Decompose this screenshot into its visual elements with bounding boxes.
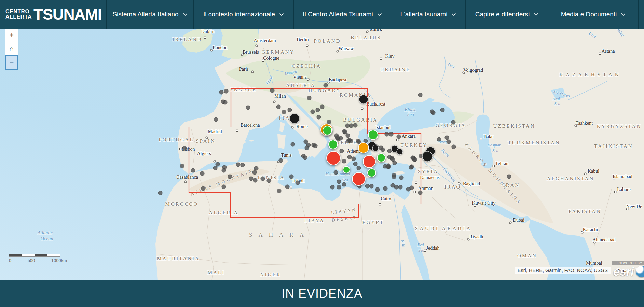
seismic-event-dot-gray[interactable]: [346, 134, 350, 138]
seismic-event-dot-gray[interactable]: [261, 177, 265, 181]
seismic-event-dot-gray[interactable]: [276, 105, 280, 109]
seismic-event-dot-gray[interactable]: [334, 170, 338, 175]
home-button[interactable]: ⌂: [5, 42, 18, 55]
seismic-event-dot-gray[interactable]: [413, 157, 417, 162]
seismic-event-dot-gray[interactable]: [201, 186, 205, 191]
seismic-event-dot-gray[interactable]: [340, 149, 344, 153]
zoom-in-button[interactable]: +: [5, 29, 18, 42]
seismic-event-dot-gray[interactable]: [249, 177, 253, 181]
seismic-event-dot-gray[interactable]: [406, 187, 410, 191]
seismic-event-dot-gray[interactable]: [253, 178, 257, 182]
seismic-event-dot-gray[interactable]: [357, 140, 361, 144]
seismic-event-dot-gray[interactable]: [228, 175, 232, 179]
seismic-event-dot-gray[interactable]: [440, 108, 444, 112]
seismic-event-dot-gray[interactable]: [191, 168, 195, 172]
seismic-event-dot-gray[interactable]: [241, 163, 245, 167]
seismic-event-dot-gray[interactable]: [313, 144, 317, 148]
site-logo[interactable]: CENTRO ALLERTA TSUNAMI: [0, 0, 106, 29]
seismic-event-marker-green[interactable]: [368, 130, 378, 140]
seismic-event-dot-gray[interactable]: [349, 124, 353, 128]
seismic-event-dot-gray[interactable]: [214, 117, 218, 122]
seismic-event-dot-gray[interactable]: [342, 182, 346, 186]
seismic-event-dot-gray[interactable]: [353, 162, 357, 166]
seismic-event-dot-gray[interactable]: [452, 145, 456, 149]
seismic-event-dot-gray[interactable]: [303, 156, 307, 160]
seismic-event-dot-gray[interactable]: [342, 159, 346, 163]
seismic-event-dot-gray[interactable]: [224, 89, 228, 93]
seismic-event-dot-gray[interactable]: [357, 166, 361, 170]
nav-item-capire-e-difendersi[interactable]: Capire e difendersi: [466, 0, 548, 29]
seismic-event-marker-black[interactable]: [422, 151, 433, 162]
nav-item-media-e-documenti[interactable]: Media e Documenti: [548, 0, 639, 29]
seismic-event-dot-gray[interactable]: [383, 186, 387, 191]
seismic-event-dot-gray[interactable]: [246, 106, 250, 110]
seismic-event-dot-gray[interactable]: [397, 135, 401, 139]
seismic-event-marker-green[interactable]: [368, 169, 376, 177]
seismic-event-dot-gray[interactable]: [289, 175, 293, 179]
seismic-event-dot-gray[interactable]: [296, 181, 300, 185]
seismic-event-dot-gray[interactable]: [324, 83, 328, 87]
seismic-event-dot-gray[interactable]: [236, 163, 240, 167]
seismic-event-dot-gray[interactable]: [445, 136, 449, 140]
seismic-event-dot-gray[interactable]: [447, 140, 451, 144]
seismic-event-dot-gray[interactable]: [385, 132, 389, 136]
seismic-event-dot-gray[interactable]: [307, 96, 311, 100]
zoom-out-button[interactable]: −: [5, 55, 18, 70]
seismic-event-dot-gray[interactable]: [288, 108, 292, 112]
seismic-event-marker-red[interactable]: [363, 155, 375, 168]
seismic-event-dot-gray[interactable]: [267, 179, 271, 183]
seismic-event-dot-gray[interactable]: [222, 185, 226, 189]
seismic-event-dot-gray[interactable]: [365, 184, 369, 188]
nav-item-il-contesto-internazionale[interactable]: Il contesto internazionale: [194, 0, 294, 29]
seismic-event-dot-gray[interactable]: [389, 132, 393, 136]
seismic-event-marker-red[interactable]: [352, 172, 365, 185]
seismic-event-dot-gray[interactable]: [291, 142, 295, 146]
seismic-event-dot-gray[interactable]: [219, 90, 223, 94]
seismic-event-dot-gray[interactable]: [311, 110, 315, 114]
seismic-event-marker-green[interactable]: [377, 154, 385, 162]
seismic-event-dot-gray[interactable]: [277, 189, 281, 193]
seismic-event-marker-green[interactable]: [343, 166, 350, 173]
seismic-event-dot-gray[interactable]: [353, 123, 357, 127]
seismic-event-marker-green[interactable]: [323, 126, 332, 135]
seismic-event-dot-gray[interactable]: [418, 191, 422, 195]
seismic-event-dot-gray[interactable]: [216, 162, 220, 166]
seismic-event-marker-black[interactable]: [290, 114, 299, 123]
seismic-event-dot-gray[interactable]: [317, 115, 321, 119]
seismic-event-dot-gray[interactable]: [330, 185, 334, 189]
seismic-event-dot-gray[interactable]: [398, 185, 402, 189]
seismic-event-dot-gray[interactable]: [254, 166, 258, 170]
seismic-event-dot-gray[interactable]: [352, 157, 356, 161]
seismic-event-dot-gray[interactable]: [252, 170, 257, 175]
seismic-event-dot-gray[interactable]: [347, 155, 352, 159]
seismic-event-dot-gray[interactable]: [180, 164, 184, 168]
seismic-event-dot-gray[interactable]: [222, 168, 226, 172]
seismic-event-dot-gray[interactable]: [335, 136, 340, 140]
seismic-event-dot-gray[interactable]: [437, 137, 441, 141]
seismic-event-dot-gray[interactable]: [304, 140, 308, 144]
seismic-event-marker-black[interactable]: [397, 149, 403, 155]
seismic-event-dot-gray[interactable]: [369, 184, 373, 188]
seismic-event-dot-gray[interactable]: [381, 148, 385, 152]
seismic-event-dot-gray[interactable]: [393, 161, 397, 165]
seismic-event-dot-gray[interactable]: [386, 165, 390, 169]
seismic-event-dot-gray[interactable]: [451, 120, 455, 124]
seismic-event-dot-gray[interactable]: [327, 120, 331, 124]
seismic-event-dot-gray[interactable]: [430, 110, 434, 114]
seismic-event-dot-gray[interactable]: [158, 191, 162, 195]
seismic-event-dot-gray[interactable]: [213, 166, 217, 170]
seismic-event-dot-gray[interactable]: [375, 187, 380, 192]
seismic-event-dot-gray[interactable]: [342, 129, 346, 134]
nav-item-il-centro-allerta-tsunami[interactable]: Il Centro Allerta Tsunami: [294, 0, 391, 29]
seismic-event-dot-gray[interactable]: [337, 185, 341, 189]
seismic-event-dot-gray[interactable]: [182, 146, 187, 150]
seismic-event-marker-black[interactable]: [372, 145, 379, 151]
seismic-event-dot-gray[interactable]: [282, 110, 286, 114]
seismic-event-dot-gray[interactable]: [409, 165, 413, 169]
seismic-event-dot-gray[interactable]: [399, 176, 403, 180]
seismic-event-dot-gray[interactable]: [279, 158, 283, 163]
seismic-event-dot-gray[interactable]: [221, 100, 225, 104]
basemap[interactable]: IRELANDPOLANDBELARUSGERMANYCZECHIAAUSTRI…: [0, 29, 644, 280]
seismic-event-dot-gray[interactable]: [270, 88, 274, 93]
seismic-event-dot-gray[interactable]: [392, 175, 396, 179]
